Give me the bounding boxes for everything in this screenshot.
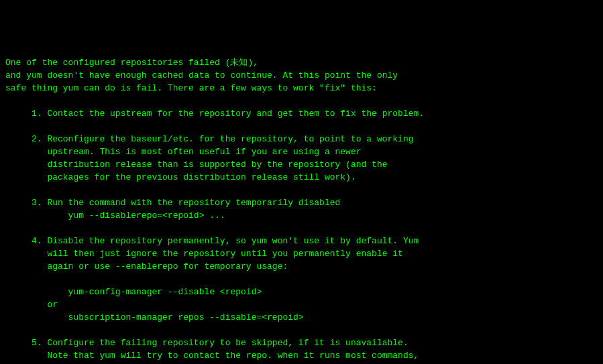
terminal-text: One of the configured repositories faile… <box>5 58 424 364</box>
terminal-output: One of the configured repositories faile… <box>5 56 598 364</box>
